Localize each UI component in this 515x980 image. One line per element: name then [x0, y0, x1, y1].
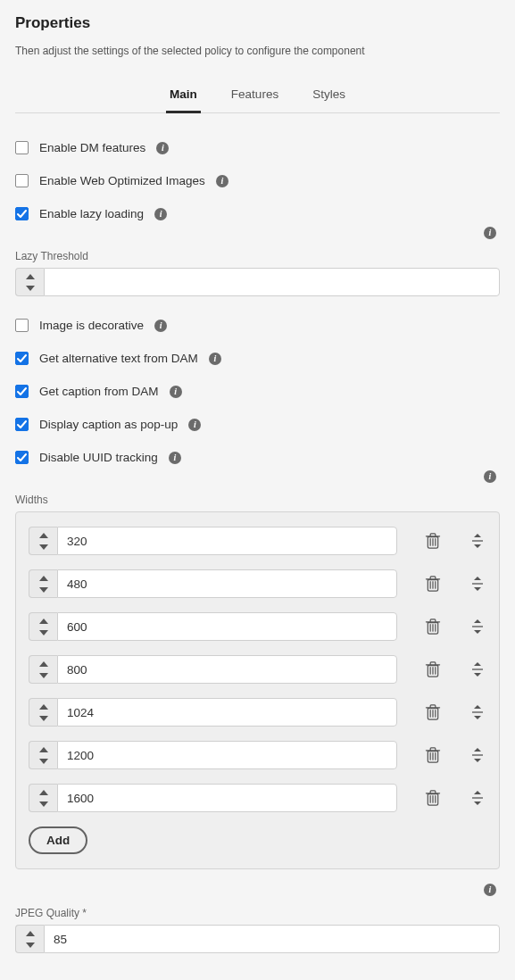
width-input[interactable] — [57, 655, 397, 684]
width-row — [29, 655, 486, 684]
checkbox-disable-uuid[interactable] — [15, 451, 29, 464]
tab-features[interactable]: Features — [228, 79, 282, 113]
label-decorative: Image is decorative — [39, 319, 144, 332]
checkbox-enable-dm[interactable] — [15, 141, 29, 154]
checkbox-enable-web-opt[interactable] — [15, 174, 29, 187]
width-stepper[interactable] — [29, 527, 57, 555]
width-row — [29, 784, 486, 812]
add-button[interactable]: Add — [29, 826, 87, 854]
jpeg-quality-stepper[interactable] — [15, 925, 44, 953]
stepper-down-icon[interactable] — [29, 798, 57, 811]
lazy-threshold-field — [15, 268, 500, 296]
tab-styles[interactable]: Styles — [309, 79, 349, 113]
width-row — [29, 569, 486, 598]
checkbox-enable-lazy[interactable] — [15, 207, 29, 220]
stepper-down-icon[interactable] — [29, 755, 57, 768]
reorder-icon[interactable] — [469, 575, 486, 593]
row-enable-web-opt: Enable Web Optimized Images i — [15, 164, 500, 197]
info-icon[interactable]: i — [156, 142, 169, 154]
width-field — [29, 655, 397, 684]
label-widths: Widths — [15, 494, 500, 506]
delete-icon[interactable] — [424, 532, 442, 550]
info-icon[interactable]: i — [154, 320, 167, 332]
width-input[interactable] — [57, 784, 397, 812]
width-row — [29, 741, 486, 769]
stepper-down-icon[interactable] — [29, 669, 57, 683]
widths-container: Add — [15, 511, 500, 869]
info-icon[interactable]: i — [169, 452, 181, 464]
width-stepper[interactable] — [29, 741, 57, 769]
reorder-icon[interactable] — [469, 789, 486, 807]
width-field — [29, 569, 397, 598]
reorder-icon[interactable] — [469, 618, 486, 635]
width-input[interactable] — [57, 612, 397, 641]
label-caption-popup: Display caption as pop-up — [39, 418, 178, 431]
width-input[interactable] — [57, 527, 397, 555]
stepper-down-icon[interactable] — [16, 939, 44, 952]
info-icon[interactable]: i — [216, 175, 228, 187]
reorder-icon[interactable] — [469, 703, 486, 721]
page-subtitle: Then adjust the settings of the selected… — [15, 45, 500, 57]
width-input[interactable] — [57, 698, 397, 727]
width-input[interactable] — [57, 569, 397, 598]
row-enable-lazy: Enable lazy loading i — [15, 197, 500, 230]
stepper-up-icon[interactable] — [29, 699, 57, 712]
width-stepper[interactable] — [29, 569, 57, 598]
stepper-up-icon[interactable] — [29, 656, 57, 669]
width-field — [29, 612, 397, 641]
stepper-down-icon[interactable] — [29, 584, 57, 597]
info-icon[interactable]: i — [188, 419, 201, 431]
tab-main[interactable]: Main — [166, 79, 201, 113]
checkbox-caption-popup[interactable] — [15, 418, 29, 431]
stepper-down-icon[interactable] — [29, 541, 57, 554]
widths-info-row: i — [15, 474, 500, 488]
checkbox-caption-from-dam[interactable] — [15, 385, 29, 398]
label-disable-uuid: Disable UUID tracking — [39, 451, 158, 464]
row-decorative: Image is decorative i — [15, 309, 500, 342]
jpeg-quality-input[interactable] — [44, 925, 500, 953]
stepper-up-icon[interactable] — [29, 742, 57, 755]
info-icon[interactable]: i — [170, 386, 182, 398]
width-input[interactable] — [57, 741, 397, 769]
info-icon[interactable]: i — [484, 884, 496, 896]
stepper-up-icon[interactable] — [16, 926, 44, 939]
width-stepper[interactable] — [29, 655, 57, 684]
delete-icon[interactable] — [424, 746, 442, 764]
stepper-up-icon[interactable] — [29, 527, 57, 541]
stepper-up-icon[interactable] — [29, 613, 57, 627]
stepper-down-icon[interactable] — [29, 627, 57, 640]
stepper-up-icon[interactable] — [29, 785, 57, 798]
lazy-threshold-stepper[interactable] — [15, 268, 44, 296]
stepper-up-icon[interactable] — [16, 269, 44, 282]
delete-icon[interactable] — [424, 703, 442, 721]
page-title: Properties — [15, 14, 500, 32]
info-icon[interactable]: i — [209, 353, 221, 365]
jpeg-info-row: i — [15, 887, 500, 901]
reorder-icon[interactable] — [469, 532, 486, 550]
label-caption-from-dam: Get caption from DAM — [39, 385, 159, 398]
info-icon[interactable]: i — [484, 470, 496, 483]
info-icon[interactable]: i — [484, 227, 496, 239]
width-stepper[interactable] — [29, 612, 57, 641]
delete-icon[interactable] — [424, 618, 442, 635]
stepper-down-icon[interactable] — [29, 712, 57, 726]
delete-icon[interactable] — [424, 575, 442, 593]
lazy-threshold-input[interactable] — [44, 268, 500, 296]
row-caption-from-dam: Get caption from DAM i — [15, 375, 500, 408]
checkbox-decorative[interactable] — [15, 319, 29, 332]
delete-icon[interactable] — [424, 660, 442, 678]
width-stepper[interactable] — [29, 698, 57, 727]
delete-icon[interactable] — [424, 789, 442, 807]
row-enable-dm: Enable DM features i — [15, 131, 500, 164]
row-alt-from-dam: Get alternative text from DAM i — [15, 342, 500, 375]
label-enable-dm: Enable DM features — [39, 141, 145, 154]
width-field — [29, 741, 397, 769]
checkbox-alt-from-dam[interactable] — [15, 352, 29, 365]
label-jpeg-quality-text: JPEG Quality * — [15, 907, 87, 919]
stepper-up-icon[interactable] — [29, 570, 57, 584]
info-icon[interactable]: i — [154, 208, 167, 220]
reorder-icon[interactable] — [469, 746, 486, 764]
reorder-icon[interactable] — [469, 660, 486, 678]
stepper-down-icon[interactable] — [16, 282, 44, 295]
width-stepper[interactable] — [29, 784, 57, 812]
